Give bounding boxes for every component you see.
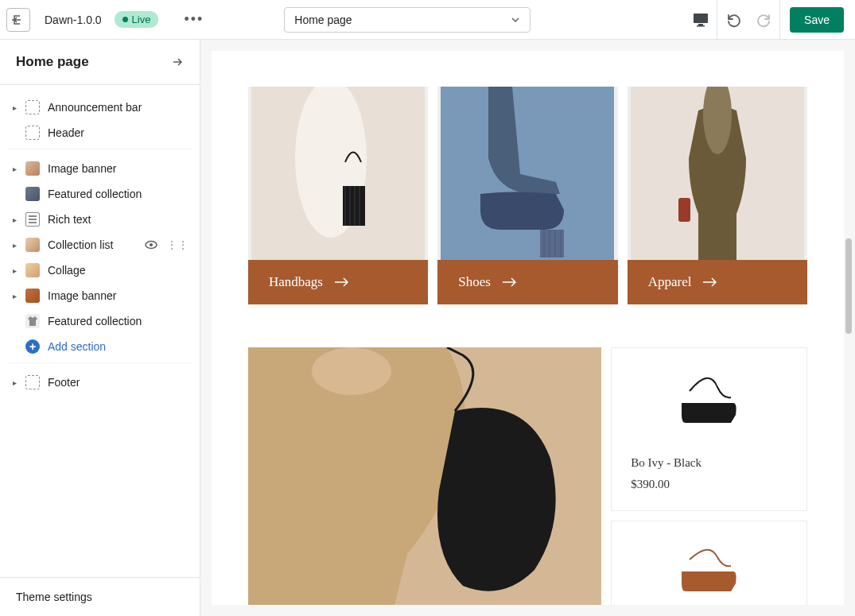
svg-rect-20 — [678, 198, 690, 222]
product-image — [626, 536, 792, 605]
section-icon — [25, 375, 40, 389]
caret-right-icon: ▸ — [11, 266, 17, 275]
collection-image — [437, 87, 617, 260]
undo-icon — [725, 12, 741, 28]
caret-right-icon: ▸ — [11, 241, 17, 250]
sidebar-item-footer[interactable]: ▸ Footer — [8, 370, 192, 395]
sidebar-item-announcement-bar[interactable]: ▸ Announcement bar — [8, 95, 192, 120]
sidebar-title: Home page — [16, 54, 89, 70]
section-thumb-icon — [25, 289, 40, 303]
sidebar-item-collection-list[interactable]: ▸ Collection list ⋮⋮ — [8, 232, 192, 258]
sidebar-item-collage[interactable]: ▸ Collage — [8, 258, 192, 283]
collection-label-bar: Handbags — [248, 260, 428, 304]
sidebar-body: ▸ Announcement bar ▸ Header ▸ Image bann… — [0, 85, 200, 577]
product-price: $390.00 — [631, 478, 787, 491]
sidebar-item-image-banner-2[interactable]: ▸ Image banner — [8, 283, 192, 308]
svg-point-22 — [312, 347, 391, 395]
undo-button[interactable] — [717, 0, 748, 40]
sidebar-header: Home page — [0, 40, 200, 85]
arrow-right-icon — [502, 277, 516, 287]
collection-label: Shoes — [458, 274, 491, 290]
svg-rect-0 — [694, 14, 708, 23]
caret-right-icon: ▸ — [11, 165, 17, 173]
collection-card-shoes[interactable]: Shoes — [437, 87, 617, 304]
sidebar-item-label: Footer — [48, 376, 80, 389]
product-image — [631, 367, 787, 439]
collection-list-section: Handbags Shoes — [248, 87, 807, 304]
right-toolbar: Save — [685, 0, 849, 40]
arrow-right-icon — [702, 277, 717, 287]
exit-icon — [12, 14, 25, 26]
add-section-label: Add section — [48, 340, 106, 353]
section-thumb-icon — [25, 161, 40, 176]
eye-icon[interactable] — [144, 238, 158, 252]
sidebar-item-label: Announcement bar — [48, 101, 142, 114]
page-selector[interactable]: Home page — [284, 7, 530, 33]
page-selector-label: Home page — [294, 14, 352, 26]
redo-icon — [756, 12, 772, 28]
status-badge-label: Live — [132, 14, 151, 25]
theme-name: Dawn-1.0.0 — [45, 14, 102, 26]
text-icon — [25, 212, 40, 227]
sidebar-item-label: Collection list — [48, 238, 113, 251]
more-menu-button[interactable]: ••• — [184, 11, 204, 28]
svg-rect-1 — [698, 24, 703, 25]
chevron-down-icon — [511, 15, 520, 25]
sidebar-item-featured-collection-2[interactable]: ▸ Featured collection — [8, 308, 192, 334]
sidebar-item-header[interactable]: ▸ Header — [8, 120, 192, 145]
sidebar-item-label: Featured collection — [48, 188, 142, 200]
caret-right-icon: ▸ — [11, 103, 17, 112]
back-button[interactable] — [6, 8, 30, 32]
sidebar-item-label: Header — [48, 126, 84, 139]
caret-right-icon: ▸ — [11, 215, 17, 224]
sidebar-item-featured-collection[interactable]: ▸ Featured collection — [8, 181, 192, 207]
add-section-button[interactable]: ▸ + Add section — [8, 334, 192, 359]
sidebar-item-label: Image banner — [48, 289, 116, 302]
redo-button[interactable] — [748, 0, 779, 40]
drag-handle-icon[interactable]: ⋮⋮ — [166, 238, 188, 251]
sidebar-item-label: Rich text — [48, 213, 91, 226]
dots-icon: ••• — [184, 11, 204, 27]
sidebar-item-label: Featured collection — [48, 315, 142, 327]
theme-settings-button[interactable]: Theme settings — [0, 577, 200, 616]
product-card-2[interactable] — [611, 521, 807, 605]
preview-scrollbar[interactable] — [845, 79, 852, 382]
section-sidebar: Home page ▸ Announcement bar ▸ Header — [0, 40, 200, 616]
undo-redo-group — [717, 0, 780, 40]
sidebar-item-image-banner[interactable]: ▸ Image banner — [8, 156, 192, 181]
shirt-icon — [25, 314, 40, 328]
status-dot-icon — [122, 17, 128, 22]
sidebar-item-label: Collage — [48, 264, 85, 277]
sidebar-item-rich-text[interactable]: ▸ Rich text — [8, 207, 192, 232]
theme-settings-label: Theme settings — [16, 591, 92, 603]
arrow-right-icon[interactable] — [171, 56, 184, 68]
section-icon — [25, 100, 40, 114]
collection-label: Handbags — [269, 274, 323, 290]
scrollbar-thumb[interactable] — [845, 238, 852, 334]
collection-label-bar: Apparel — [628, 260, 807, 304]
section-thumb-icon — [25, 263, 40, 277]
plus-circle-icon: + — [25, 339, 40, 354]
save-button[interactable]: Save — [790, 7, 844, 33]
collection-label: Apparel — [648, 274, 692, 290]
collection-card-apparel[interactable]: Apparel — [628, 87, 807, 304]
collage-image[interactable] — [248, 347, 601, 605]
svg-point-4 — [150, 243, 153, 246]
svg-rect-7 — [343, 186, 365, 226]
collection-image — [248, 87, 428, 260]
preview-pane: Handbags Shoes — [200, 40, 855, 616]
preview-content[interactable]: Handbags Shoes — [212, 51, 844, 605]
section-thumb-icon — [25, 238, 40, 252]
product-card[interactable]: Bo Ivy - Black $390.00 — [611, 347, 807, 511]
svg-rect-12 — [441, 87, 614, 260]
caret-right-icon: ▸ — [11, 378, 17, 387]
desktop-icon — [693, 13, 709, 27]
caret-right-icon: ▸ — [11, 292, 17, 300]
viewport-desktop-button[interactable] — [685, 0, 717, 40]
collage-section: Bo Ivy - Black $390.00 — [248, 347, 807, 605]
collection-card-handbags[interactable]: Handbags — [248, 87, 428, 304]
svg-rect-2 — [697, 25, 705, 27]
collection-image — [628, 87, 807, 260]
arrow-right-icon — [334, 277, 348, 287]
status-badge: Live — [115, 11, 159, 28]
